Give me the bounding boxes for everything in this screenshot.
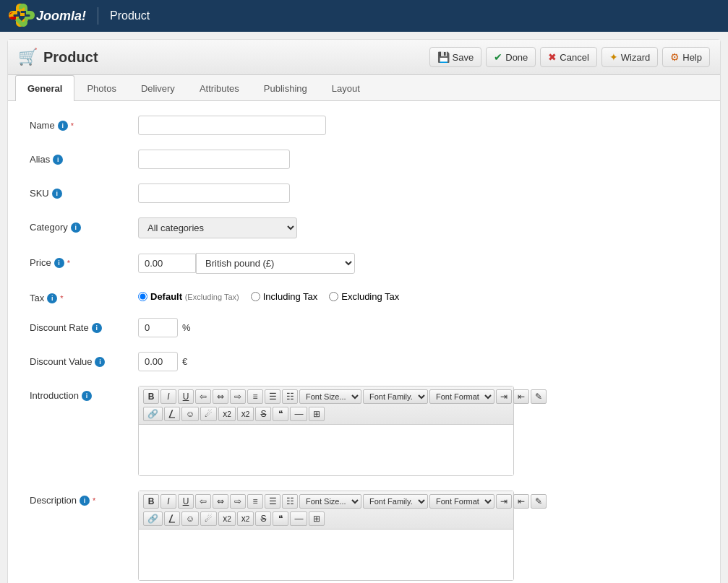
sku-input-wrap <box>138 183 290 203</box>
discount-rate-info-icon[interactable]: i <box>92 323 102 333</box>
wizard-button[interactable]: ✦ Wizard <box>601 47 658 67</box>
intro-blockquote-btn[interactable]: ❝ <box>273 407 288 421</box>
desc-indent-btn[interactable]: ⇥ <box>496 494 512 509</box>
price-info-icon[interactable]: i <box>54 258 64 268</box>
intro-italic-btn[interactable]: I <box>160 389 176 404</box>
tab-layout[interactable]: Layout <box>320 75 372 101</box>
desc-align-justify-btn[interactable]: ≡ <box>247 494 263 509</box>
desc-align-right-btn[interactable]: ⇨ <box>230 494 246 509</box>
desc-strike-btn[interactable]: S <box>255 511 271 526</box>
discount-rate-unit: % <box>182 322 191 333</box>
price-input[interactable] <box>138 254 196 273</box>
desc-sub-btn[interactable]: x2 <box>237 511 254 526</box>
desc-edit-btn[interactable]: ✎ <box>531 494 547 509</box>
tax-including-radio[interactable] <box>251 292 260 301</box>
intro-outdent-btn[interactable]: ⇤ <box>513 389 529 404</box>
intro-edit-btn[interactable]: ✎ <box>531 389 547 404</box>
intro-font-size-select[interactable]: Font Size... <box>299 389 361 404</box>
description-toolbar: B I U ⇦ ⇔ ⇨ ≡ ☰ ☷ Font Size... <box>139 491 513 530</box>
intro-bold-btn[interactable]: B <box>143 389 159 404</box>
introduction-editor: B I U ⇦ ⇔ ⇨ ≡ ☰ ☷ Font Size... <box>138 386 514 476</box>
sku-input[interactable] <box>138 183 290 203</box>
desc-italic-btn[interactable]: I <box>160 494 176 509</box>
done-button[interactable]: ✔ Done <box>486 47 536 67</box>
intro-unlink-btn[interactable]: ⎳ <box>164 407 180 421</box>
intro-align-justify-btn[interactable]: ≡ <box>247 389 263 404</box>
category-select[interactable]: All categories <box>138 217 297 238</box>
cancel-button[interactable]: ✖ Cancel <box>540 47 596 67</box>
intro-font-format-select[interactable]: Font Format <box>429 389 494 404</box>
sku-info-icon[interactable]: i <box>52 189 62 199</box>
discount-rate-input[interactable] <box>138 318 178 337</box>
tax-excluding-radio-label[interactable]: Excluding Tax <box>329 291 399 302</box>
name-input[interactable] <box>138 116 326 135</box>
desc-link-btn[interactable]: 🔗 <box>143 511 163 526</box>
desc-align-left-btn[interactable]: ⇦ <box>195 494 211 509</box>
desc-sup-btn[interactable]: x2 <box>218 511 236 526</box>
intro-hr-btn[interactable]: ― <box>290 407 307 421</box>
description-content[interactable] <box>139 530 513 580</box>
desc-ol-btn[interactable]: ☰ <box>265 494 281 509</box>
name-required: * <box>71 121 74 130</box>
tab-publishing[interactable]: Publishing <box>252 75 320 101</box>
currency-select[interactable]: British pound (£) Euro (€) US Dollar ($) <box>196 253 355 274</box>
intro-align-center-btn[interactable]: ⇔ <box>213 389 228 404</box>
desc-font-size-select[interactable]: Font Size... <box>299 494 361 509</box>
intro-strike-btn[interactable]: S <box>255 407 271 421</box>
tax-excluding-radio[interactable] <box>329 292 338 301</box>
desc-outdent-btn[interactable]: ⇤ <box>513 494 529 509</box>
save-button[interactable]: 💾 Save <box>429 47 482 67</box>
tab-delivery[interactable]: Delivery <box>129 75 187 101</box>
desc-emoji-btn[interactable]: ☺ <box>181 511 199 526</box>
name-info-icon[interactable]: i <box>58 121 68 131</box>
tax-default-radio[interactable] <box>138 292 147 301</box>
intro-align-left-btn[interactable]: ⇦ <box>195 389 211 404</box>
introduction-content[interactable] <box>139 425 513 475</box>
alias-info-icon[interactable]: i <box>53 155 63 165</box>
desc-unlink-btn[interactable]: ⎳ <box>164 511 180 526</box>
desc-blockquote-btn[interactable]: ❝ <box>273 511 288 526</box>
description-toolbar-row2: 🔗 ⎳ ☺ ☄ x2 x2 S ❝ ― ⊞ <box>143 511 509 526</box>
tab-general[interactable]: General <box>15 75 74 101</box>
category-info-icon[interactable]: i <box>71 223 81 233</box>
cancel-icon: ✖ <box>548 51 557 63</box>
tax-including-radio-label[interactable]: Including Tax <box>251 291 318 302</box>
introduction-row: Introduction i B I U ⇦ ⇔ ⇨ ≡ ☰ <box>30 386 698 476</box>
alias-input[interactable] <box>138 150 290 169</box>
tab-photos[interactable]: Photos <box>74 75 128 101</box>
sku-label: SKU i <box>30 183 138 199</box>
intro-indent-btn[interactable]: ⇥ <box>496 389 512 404</box>
description-info-icon[interactable]: i <box>80 496 90 506</box>
intro-font-family-select[interactable]: Font Family. <box>363 389 428 404</box>
tax-default-radio-label[interactable]: Default (Excluding Tax) <box>138 291 239 302</box>
desc-font-format-select[interactable]: Font Format <box>429 494 494 509</box>
help-button[interactable]: ⚙ Help <box>662 47 710 67</box>
intro-ul-btn[interactable]: ☷ <box>282 389 298 404</box>
intro-image-btn[interactable]: ☄ <box>200 407 217 421</box>
desc-hr-btn[interactable]: ― <box>290 511 307 526</box>
desc-bold-btn[interactable]: B <box>143 494 159 509</box>
intro-ol-btn[interactable]: ☰ <box>265 389 281 404</box>
intro-table-btn[interactable]: ⊞ <box>309 407 325 421</box>
toolbar-buttons: 💾 Save ✔ Done ✖ Cancel ✦ Wizard ⚙ Hel <box>429 47 710 67</box>
desc-ul-btn[interactable]: ☷ <box>282 494 298 509</box>
intro-align-right-btn[interactable]: ⇨ <box>230 389 246 404</box>
intro-emoji-btn[interactable]: ☺ <box>181 407 199 421</box>
intro-sup-btn[interactable]: x2 <box>218 407 236 421</box>
intro-link-btn[interactable]: 🔗 <box>143 407 163 421</box>
desc-image-btn[interactable]: ☄ <box>200 511 217 526</box>
discount-value-info-icon[interactable]: i <box>95 357 105 367</box>
desc-table-btn[interactable]: ⊞ <box>309 511 325 526</box>
discount-value-unit: € <box>182 356 187 367</box>
desc-align-center-btn[interactable]: ⇔ <box>213 494 228 509</box>
tax-info-icon[interactable]: i <box>47 293 57 303</box>
intro-sub-btn[interactable]: x2 <box>237 407 254 421</box>
discount-value-input[interactable] <box>138 352 178 371</box>
introduction-info-icon[interactable]: i <box>82 391 92 401</box>
tab-attributes[interactable]: Attributes <box>187 75 252 101</box>
category-row: Category i All categories <box>30 217 698 238</box>
intro-underline-btn[interactable]: U <box>178 389 194 404</box>
desc-font-family-select[interactable]: Font Family. <box>363 494 428 509</box>
introduction-toolbar-row2: 🔗 ⎳ ☺ ☄ x2 x2 S ❝ ― ⊞ <box>143 407 509 421</box>
desc-underline-btn[interactable]: U <box>178 494 194 509</box>
